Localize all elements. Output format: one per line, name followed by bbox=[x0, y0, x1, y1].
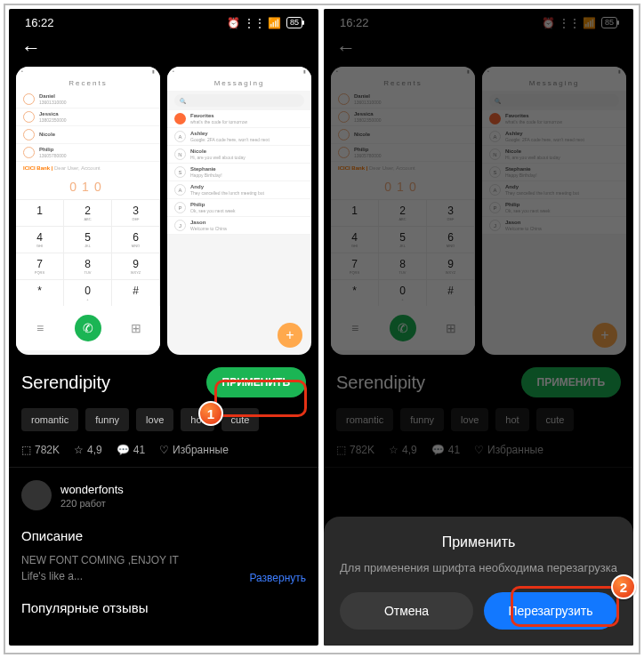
status-icons: ⏰ ⋮⋮ 📶 85 bbox=[227, 17, 302, 29]
dialog-title: Применить bbox=[340, 534, 617, 550]
preview-title: Messaging bbox=[167, 76, 311, 91]
stat-favorite[interactable]: ♡ Избранные bbox=[159, 444, 229, 456]
theme-previews: •▮ Recents Daniel13601310000Jessica13802… bbox=[9, 67, 318, 355]
dial-display: 010 bbox=[16, 174, 160, 199]
phone-left: 16:22 ⏰ ⋮⋮ 📶 85 ← •▮ Recents Daniel13601… bbox=[9, 9, 318, 646]
theme-title: Serendipity bbox=[21, 373, 110, 393]
phone-right: 16:22 ⏰ ⋮⋮ 📶 85 ← •▮ Recents Daniel13601… bbox=[324, 9, 633, 646]
back-icon[interactable]: ← bbox=[21, 36, 41, 59]
author-row[interactable]: wonderfonts 220 работ bbox=[9, 468, 318, 523]
search-input: 🔍 bbox=[174, 94, 304, 107]
status-bar: 16:22 ⏰ ⋮⋮ 📶 85 bbox=[9, 9, 318, 33]
stats-row: ⬚ 782K ☆ 4,9 💬 41 ♡ Избранные bbox=[9, 440, 318, 468]
stat-downloads: ⬚ 782K bbox=[21, 444, 60, 456]
reboot-button[interactable]: Перезагрузить bbox=[484, 592, 617, 630]
expand-link[interactable]: Развернуть bbox=[249, 572, 306, 584]
preview-title: Recents bbox=[16, 76, 160, 91]
description-heading: Описание bbox=[9, 523, 318, 549]
preview-dialer[interactable]: •▮ Recents Daniel13601310000Jessica13802… bbox=[16, 67, 160, 355]
author-works: 220 работ bbox=[60, 498, 124, 509]
compose-fab[interactable]: + bbox=[278, 323, 302, 348]
call-button[interactable]: ✆ bbox=[75, 315, 101, 341]
tag-love[interactable]: love bbox=[136, 408, 173, 431]
tag-list: romanticfunnylovehotcute bbox=[9, 403, 318, 440]
grid-icon: ⊞ bbox=[123, 321, 149, 335]
apply-button[interactable]: ПРИМЕНИТЬ bbox=[206, 367, 307, 397]
reviews-heading: Популярные отзывы bbox=[9, 595, 318, 621]
tag-funny[interactable]: funny bbox=[85, 408, 129, 431]
cancel-button[interactable]: Отмена bbox=[340, 592, 473, 630]
confirm-dialog: Применить Для применения шрифта необходи… bbox=[324, 517, 633, 646]
author-name: wonderfonts bbox=[60, 483, 124, 496]
author-avatar bbox=[21, 480, 52, 510]
stat-comments: 💬 41 bbox=[117, 444, 145, 456]
annotation-marker-1: 1 bbox=[198, 401, 223, 426]
tag-romantic[interactable]: romantic bbox=[21, 408, 78, 431]
description-text: NEW FONT COMING ,ENJOY IT Life's like a.… bbox=[21, 552, 179, 584]
keypad: 12ABC3DEF4GHI5JKL6MNO7PQRS8TUV9WXYZ*0+# bbox=[16, 199, 160, 306]
stat-rating: ☆ 4,9 bbox=[74, 444, 102, 456]
preview-messaging[interactable]: •▮ Messaging 🔍 Favoriteswhat's the code … bbox=[167, 67, 311, 355]
dialog-message: Для применения шрифта необходима перезаг… bbox=[340, 559, 617, 577]
menu-icon: ≡ bbox=[27, 321, 53, 335]
status-time: 16:22 bbox=[25, 16, 54, 29]
tag-cute[interactable]: cute bbox=[221, 408, 260, 431]
annotation-marker-2: 2 bbox=[611, 574, 636, 599]
